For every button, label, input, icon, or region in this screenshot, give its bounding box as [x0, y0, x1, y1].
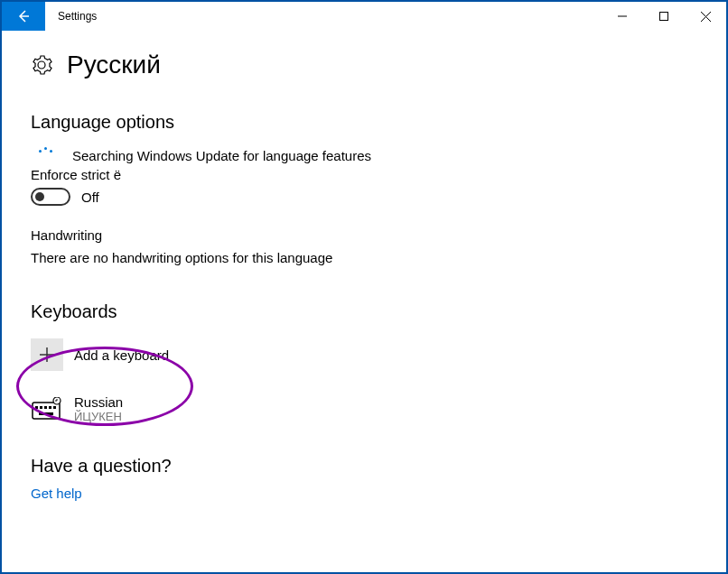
gear-icon — [31, 54, 52, 76]
svg-rect-8 — [40, 406, 42, 409]
add-keyboard-button[interactable]: Add a keyboard — [31, 338, 697, 371]
window-title: Settings — [45, 2, 602, 31]
enforce-strict-label: Enforce strict ё — [31, 167, 697, 182]
enforce-strict-toggle[interactable] — [31, 188, 70, 206]
keyboard-icon — [31, 396, 63, 421]
svg-rect-12 — [39, 412, 53, 415]
maximize-icon — [659, 12, 668, 21]
add-keyboard-label: Add a keyboard — [74, 347, 169, 363]
svg-rect-7 — [35, 406, 38, 409]
toggle-knob — [35, 192, 44, 201]
minimize-icon — [618, 12, 627, 21]
svg-rect-10 — [49, 406, 51, 409]
svg-rect-11 — [53, 406, 56, 409]
loading-spinner-icon — [38, 147, 54, 163]
back-button[interactable] — [2, 2, 45, 31]
page-title: Русский — [67, 51, 161, 79]
minimize-button[interactable] — [602, 2, 643, 31]
handwriting-label: Handwriting — [31, 227, 697, 243]
keyboard-item[interactable]: Russian ЙЦУКЕН — [31, 394, 697, 423]
svg-rect-1 — [660, 13, 668, 21]
maximize-button[interactable] — [643, 2, 685, 31]
svg-rect-6 — [33, 403, 60, 419]
update-status-text: Searching Windows Update for language fe… — [72, 148, 371, 163]
toggle-state-label: Off — [81, 190, 99, 205]
close-icon — [701, 12, 711, 22]
plus-icon — [31, 338, 63, 371]
svg-rect-9 — [44, 406, 47, 409]
handwriting-text: There are no handwriting options for thi… — [31, 250, 697, 265]
keyboards-heading: Keyboards — [31, 301, 697, 322]
help-heading: Have a question? — [31, 456, 697, 477]
get-help-link[interactable]: Get help — [31, 486, 697, 501]
back-arrow-icon — [16, 9, 31, 23]
language-options-heading: Language options — [31, 112, 697, 133]
keyboard-subtitle: ЙЦУКЕН — [74, 410, 123, 423]
close-button[interactable] — [685, 2, 726, 31]
keyboard-name: Russian — [74, 394, 123, 410]
